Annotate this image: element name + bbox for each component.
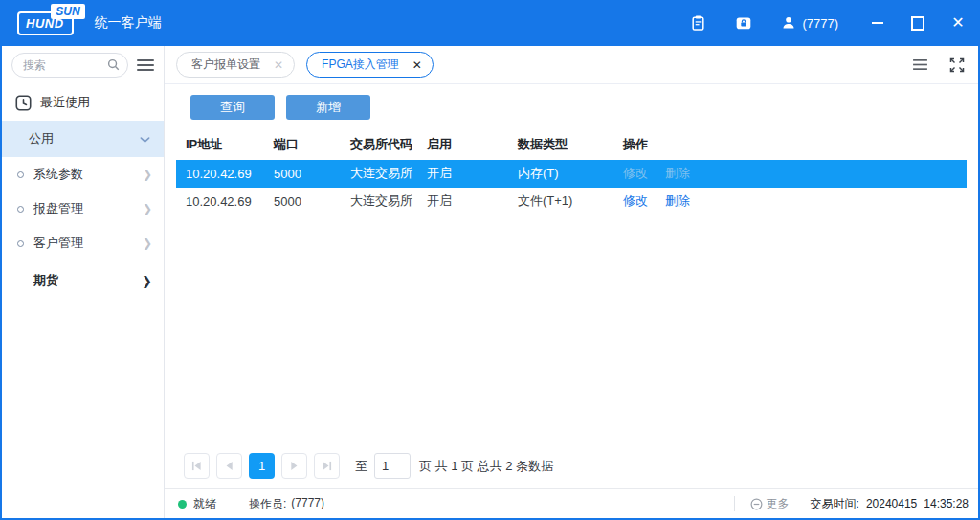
sidebar-item-customer-mgmt[interactable]: 客户管理 ❯ — [2, 226, 164, 260]
cell-enabled: 开启 — [427, 192, 518, 210]
search-icon — [106, 57, 121, 75]
chevron-right-icon: ❯ — [143, 202, 152, 215]
status-ready: 就绪 — [193, 496, 216, 512]
ring-bullet-icon — [17, 171, 24, 178]
sidebar-group-common[interactable]: 公用 — [2, 121, 164, 157]
cell-ip: 10.20.42.69 — [186, 194, 274, 209]
app-body: 最近使用 公用 系统参数 ❯ 报盘管理 ❯ 客户管理 ❯ — [2, 46, 978, 518]
sidebar-menu-icon[interactable] — [137, 58, 154, 72]
last-page-button[interactable] — [314, 453, 340, 479]
app-title: 统一客户端 — [95, 14, 162, 32]
lock-card-icon[interactable] — [735, 14, 752, 32]
hundsun-logo: HUND SUN — [17, 11, 74, 35]
user-id: (7777) — [802, 16, 838, 31]
tab-label: FPGA接入管理 — [322, 57, 399, 73]
ring-bullet-icon — [17, 206, 24, 213]
user-icon — [781, 15, 796, 31]
current-page-button[interactable]: 1 — [249, 453, 275, 479]
logo-sun-text: SUN — [51, 4, 84, 19]
tab-close-icon[interactable]: ✕ — [274, 58, 283, 72]
more-label: 更多 — [767, 496, 790, 512]
chevron-right-icon: ❯ — [143, 237, 152, 250]
add-button[interactable]: 新增 — [286, 95, 370, 120]
toolbar: 查询 新增 — [190, 95, 967, 120]
table-row[interactable]: 10.20.42.69 5000 大连交易所 开启 文件(T+1) 修改 删除 — [176, 188, 967, 215]
statusbar-divider — [734, 496, 735, 511]
goto-page-label: 至 — [355, 458, 368, 475]
delete-link[interactable]: 删除 — [665, 165, 690, 182]
group-label: 公用 — [29, 130, 54, 147]
query-button[interactable]: 查询 — [190, 95, 275, 120]
tab-label: 客户报单设置 — [191, 57, 260, 73]
fullscreen-icon[interactable] — [949, 57, 965, 73]
pagination-summary: 页 共 1 页 总共 2 条数据 — [419, 458, 553, 475]
cell-enabled: 开启 — [427, 165, 518, 182]
cell-data-type: 内存(T) — [518, 165, 623, 182]
delete-link[interactable]: 删除 — [665, 192, 690, 210]
sidebar-item-recent[interactable]: 最近使用 — [2, 84, 164, 121]
fpga-content-panel: 查询 新增 IP地址 端口 交易所代码 启用 数据类型 操作 10.20.42.… — [165, 84, 978, 488]
cell-actions: 修改 删除 — [623, 165, 967, 182]
cell-exchange: 大连交易所 — [350, 192, 427, 210]
sidebar-item-system-params[interactable]: 系统参数 ❯ — [2, 157, 164, 192]
trade-date-value: 20240415 — [866, 497, 917, 510]
circle-minus-icon — [750, 498, 763, 510]
title-bar: HUND SUN 统一客户端 (7777) ✕ — [2, 0, 978, 46]
col-actions: 操作 — [623, 136, 967, 153]
pagination: 1 至 页 共 1 页 总共 2 条数据 — [176, 453, 967, 488]
clock-icon — [15, 95, 32, 111]
window-controls: ✕ — [871, 16, 965, 30]
tab-bar: 客户报单设置 ✕ FPGA接入管理 ✕ — [165, 46, 978, 84]
sidebar-item-label: 客户管理 — [33, 235, 133, 252]
cell-ip: 10.20.42.69 — [186, 167, 274, 181]
cell-port: 5000 — [274, 167, 350, 181]
chevron-down-icon — [140, 132, 150, 147]
sidebar-item-quote-mgmt[interactable]: 报盘管理 ❯ — [2, 192, 164, 226]
sidebar: 最近使用 公用 系统参数 ❯ 报盘管理 ❯ 客户管理 ❯ — [2, 46, 165, 518]
first-page-button[interactable] — [184, 453, 210, 479]
tab-customer-order-settings[interactable]: 客户报单设置 ✕ — [176, 52, 295, 78]
status-bar: 就绪 操作员: (7777) 更多 交易时间: 20240415 14:35:2… — [165, 488, 978, 518]
col-exchange: 交易所代码 — [350, 136, 427, 153]
maximize-icon[interactable] — [911, 16, 924, 30]
sidebar-item-label: 报盘管理 — [33, 200, 133, 217]
search-box — [11, 53, 128, 78]
next-page-button[interactable] — [281, 453, 307, 479]
statusbar-right: 更多 交易时间: 20240415 14:35:28 — [734, 496, 969, 512]
user-account[interactable]: (7777) — [781, 15, 838, 31]
sidebar-search-row — [2, 46, 164, 84]
clipboard-icon[interactable] — [689, 14, 706, 32]
operator-value: (7777) — [291, 496, 324, 512]
chevron-right-icon: ❯ — [143, 168, 152, 181]
status-dot-icon — [178, 500, 187, 509]
table-row[interactable]: 10.20.42.69 5000 大连交易所 开启 内存(T) 修改 删除 — [176, 160, 967, 188]
trade-time-label: 交易时间: — [811, 496, 859, 512]
modify-link[interactable]: 修改 — [623, 165, 648, 182]
operator-info: 操作员: (7777) — [249, 496, 324, 512]
goto-page-input[interactable] — [374, 453, 411, 479]
trade-time-value: 14:35:28 — [924, 497, 969, 510]
table-header: IP地址 端口 交易所代码 启用 数据类型 操作 — [176, 129, 967, 160]
modify-link[interactable]: 修改 — [623, 192, 648, 210]
more-button[interactable]: 更多 — [750, 496, 790, 512]
cell-data-type: 文件(T+1) — [518, 192, 623, 210]
col-ip: IP地址 — [186, 136, 274, 153]
tab-list-icon[interactable] — [912, 58, 928, 71]
col-port: 端口 — [274, 136, 350, 153]
col-data-type: 数据类型 — [518, 136, 623, 153]
futures-label: 期货 — [33, 272, 142, 289]
prev-page-button[interactable] — [216, 453, 242, 479]
close-icon[interactable]: ✕ — [951, 16, 965, 30]
sidebar-group-futures[interactable]: 期货 ❯ — [2, 262, 164, 299]
cell-port: 5000 — [274, 194, 350, 209]
cell-actions: 修改 删除 — [623, 192, 967, 210]
tabbar-actions — [912, 57, 965, 73]
minimize-icon[interactable] — [871, 16, 884, 30]
tab-close-icon[interactable]: ✕ — [412, 58, 422, 72]
ring-bullet-icon — [17, 240, 24, 247]
tab-fpga-access-mgmt[interactable]: FPGA接入管理 ✕ — [306, 52, 434, 78]
app-window: HUND SUN 统一客户端 (7777) ✕ — [0, 0, 980, 520]
trade-time: 交易时间: 20240415 14:35:28 — [811, 496, 969, 512]
recent-label: 最近使用 — [40, 94, 90, 111]
main-area: 客户报单设置 ✕ FPGA接入管理 ✕ — [165, 46, 978, 518]
